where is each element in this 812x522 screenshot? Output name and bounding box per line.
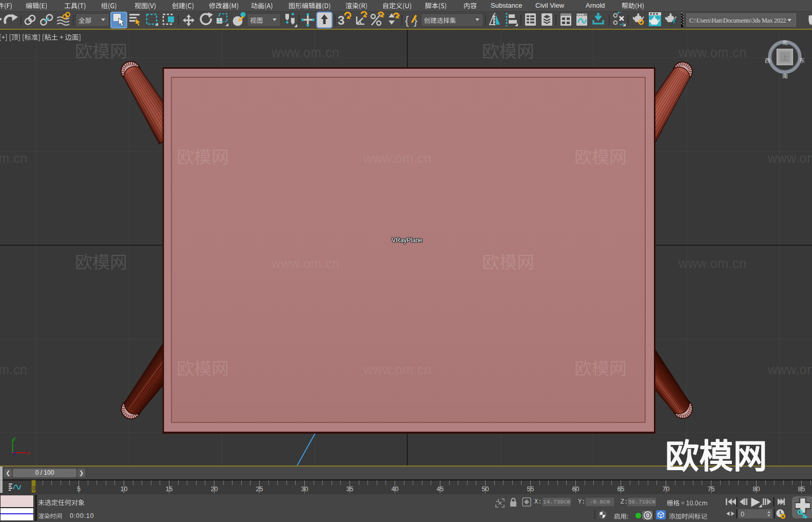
- svg-text:0: 0: [741, 510, 744, 518]
- svg-text:{: {: [405, 14, 409, 27]
- svg-text:z: z: [13, 450, 16, 456]
- svg-text:3: 3: [338, 13, 344, 27]
- svg-text:y: y: [12, 435, 16, 441]
- svg-text:x: x: [26, 450, 30, 456]
